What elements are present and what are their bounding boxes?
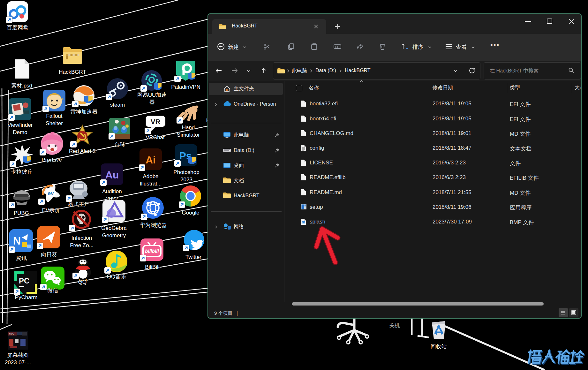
- svg-text:Au: Au: [105, 169, 119, 181]
- svg-text:Ai: Ai: [146, 154, 156, 166]
- svg-text:bilibili: bilibili: [145, 248, 159, 254]
- svg-text:VR: VR: [151, 118, 161, 126]
- svg-text:N: N: [13, 235, 21, 247]
- svg-text:55.V: 55.V: [9, 333, 14, 336]
- svg-text:ev: ev: [48, 190, 54, 196]
- svg-text:PC: PC: [19, 276, 29, 285]
